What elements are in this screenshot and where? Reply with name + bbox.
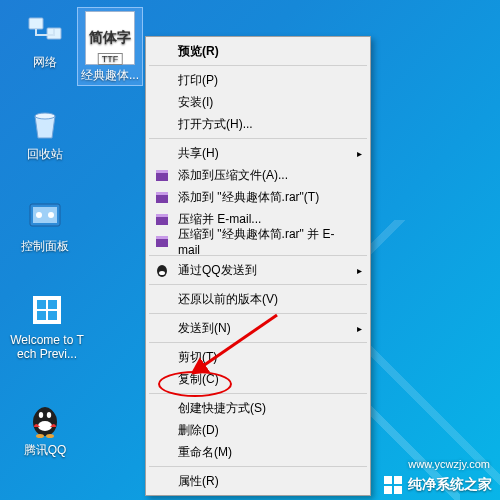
svg-point-14 [38,421,52,431]
menu-restore-versions[interactable]: 还原以前的版本(V) [148,288,368,310]
menu-delete[interactable]: 删除(D) [148,419,368,441]
icon-label: 回收站 [10,147,80,161]
menu-separator [149,342,367,343]
icon-welcome[interactable]: Welcome to Tech Previ... [8,290,86,361]
menu-share[interactable]: 共享(H) [148,142,368,164]
svg-rect-11 [48,311,57,320]
svg-point-16 [47,412,51,418]
svg-rect-9 [48,300,57,309]
qq-small-icon [154,262,170,278]
watermark-url: www.ycwzjy.com [408,458,490,470]
icon-label: 网络 [10,55,80,69]
menu-separator [149,138,367,139]
rar-icon [154,233,170,249]
icon-recycle-bin[interactable]: 回收站 [10,104,80,161]
menu-separator [149,393,367,394]
menu-properties[interactable]: 属性(R) [148,470,368,492]
svg-point-17 [36,434,44,438]
icon-label: 控制面板 [10,239,80,253]
svg-rect-22 [156,192,168,195]
svg-point-15 [39,412,43,418]
recycle-bin-icon [25,104,65,144]
menu-cut[interactable]: 剪切(T) [148,346,368,368]
icon-control-panel[interactable]: 控制面板 [10,196,80,253]
menu-add-to-rar[interactable]: 添加到 "经典趣体简.rar"(T) [148,186,368,208]
svg-rect-26 [156,236,168,239]
svg-rect-10 [37,311,46,320]
menu-send-to[interactable]: 发送到(N) [148,317,368,339]
svg-rect-20 [156,170,168,173]
menu-separator [149,313,367,314]
watermark-text: 纯净系统之家 [408,476,492,494]
svg-rect-0 [29,18,43,29]
icon-font-file[interactable]: 简体字 TTF 经典趣体... [78,8,142,85]
menu-qq-send[interactable]: 通过QQ发送到 [148,259,368,281]
menu-add-to-archive[interactable]: 添加到压缩文件(A)... [148,164,368,186]
icon-network[interactable]: 网络 [10,12,80,69]
menu-open-with[interactable]: 打开方式(H)... [148,113,368,135]
desktop[interactable]: 网络 简体字 TTF 经典趣体... 回收站 控制面板 Welcome to T… [0,0,500,500]
watermark: 纯净系统之家 [384,476,492,494]
context-menu: 预览(R) 打印(P) 安装(I) 打开方式(H)... 共享(H) 添加到压缩… [145,36,371,496]
svg-point-28 [159,271,165,275]
menu-preview[interactable]: 预览(R) [148,40,368,62]
svg-rect-24 [156,214,168,217]
icon-qq[interactable]: 腾讯QQ [10,400,80,457]
file-ext-badge: TTF [98,53,123,65]
svg-point-6 [48,212,54,218]
rar-icon [154,167,170,183]
svg-point-5 [36,212,42,218]
menu-copy[interactable]: 复制(C) [148,368,368,390]
menu-rename[interactable]: 重命名(M) [148,441,368,463]
menu-create-shortcut[interactable]: 创建快捷方式(S) [148,397,368,419]
network-icon [25,12,65,52]
menu-separator [149,466,367,467]
rar-icon [154,211,170,227]
rar-icon [154,189,170,205]
svg-point-2 [35,113,55,119]
menu-separator [149,284,367,285]
icon-label: Welcome to Tech Previ... [8,333,86,361]
svg-point-18 [46,434,54,438]
watermark-logo-icon [384,476,402,494]
menu-install[interactable]: 安装(I) [148,91,368,113]
windows-icon [27,290,67,330]
menu-separator [149,65,367,66]
control-panel-icon [25,196,65,236]
qq-icon [25,400,65,440]
menu-print[interactable]: 打印(P) [148,69,368,91]
icon-label: 经典趣体... [78,68,142,82]
menu-compress-rar-email[interactable]: 压缩到 "经典趣体简.rar" 并 E-mail [148,230,368,252]
icon-label: 腾讯QQ [10,443,80,457]
svg-rect-8 [37,300,46,309]
